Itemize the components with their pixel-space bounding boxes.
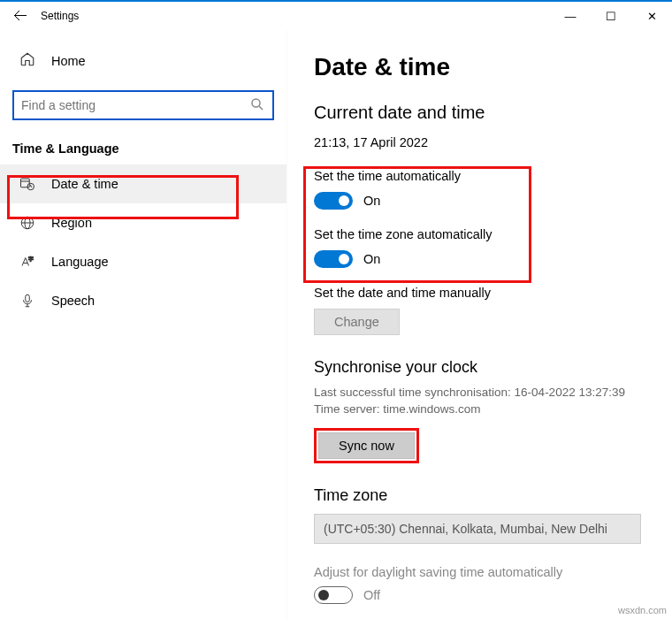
sync-server: Time server: time.windows.com	[314, 402, 645, 416]
dst-toggle	[314, 586, 353, 604]
nav-speech[interactable]: Speech	[0, 281, 286, 320]
svg-rect-11	[26, 294, 30, 302]
sync-now-button[interactable]: Sync now	[318, 432, 415, 459]
auto-time-label: Set the time automatically	[314, 169, 645, 183]
sync-last: Last successful time synchronisation: 16…	[314, 386, 645, 399]
auto-tz-toggle[interactable]	[314, 250, 353, 268]
page-heading: Date & time	[314, 53, 645, 81]
search-icon	[249, 96, 265, 115]
svg-point-0	[252, 99, 260, 107]
svg-line-6	[31, 187, 33, 187]
close-button[interactable]: ✕	[631, 2, 672, 30]
nav-region[interactable]: Region	[0, 203, 286, 242]
auto-time-toggle[interactable]	[314, 192, 353, 210]
auto-tz-state: On	[363, 252, 380, 266]
auto-time-state: On	[363, 194, 380, 208]
svg-line-1	[259, 106, 263, 110]
sidebar: Home Time & Language Date & time Region …	[0, 30, 287, 619]
nav-label: Language	[51, 255, 109, 269]
search-box[interactable]	[12, 90, 274, 120]
current-datetime: 21:13, 17 April 2022	[314, 135, 645, 149]
microphone-icon	[19, 293, 37, 309]
tz-heading: Time zone	[314, 486, 645, 505]
watermark: wsxdn.com	[618, 605, 667, 615]
auto-tz-label: Set the time zone automatically	[314, 227, 645, 241]
nav-label: Speech	[51, 294, 95, 308]
section-current-heading: Current date and time	[314, 103, 645, 123]
language-icon: 字	[19, 254, 37, 270]
nav-date-time[interactable]: Date & time	[0, 164, 286, 203]
timezone-select: (UTC+05:30) Chennai, Kolkata, Mumbai, Ne…	[314, 514, 641, 544]
maximize-button[interactable]: ☐	[591, 2, 631, 30]
svg-text:字: 字	[28, 256, 34, 262]
nav-language[interactable]: 字 Language	[0, 242, 286, 281]
svg-rect-2	[21, 179, 30, 187]
globe-icon	[19, 215, 37, 231]
window-controls: — ☐ ✕	[550, 2, 672, 30]
dst-label: Adjust for daylight saving time automati…	[314, 565, 645, 579]
search-input[interactable]	[21, 98, 249, 112]
title-bar: 🡠 Settings — ☐ ✕	[0, 0, 672, 30]
category-heading: Time & Language	[0, 136, 286, 164]
home-icon	[19, 51, 37, 71]
change-button: Change	[314, 309, 400, 335]
sync-heading: Synchronise your clock	[314, 358, 645, 377]
clock-calendar-icon	[19, 176, 37, 192]
home-label: Home	[51, 54, 86, 68]
sync-highlight: Sync now	[314, 428, 419, 463]
nav-label: Date & time	[51, 177, 118, 191]
dst-state: Off	[363, 588, 380, 602]
home-nav[interactable]: Home	[0, 42, 286, 80]
manual-label: Set the date and time manually	[314, 286, 645, 300]
nav-label: Region	[51, 216, 92, 230]
window-title: Settings	[41, 10, 79, 22]
back-button[interactable]: 🡠	[0, 8, 41, 24]
minimize-button[interactable]: —	[550, 2, 591, 30]
main-content: Date & time Current date and time 21:13,…	[287, 30, 672, 619]
